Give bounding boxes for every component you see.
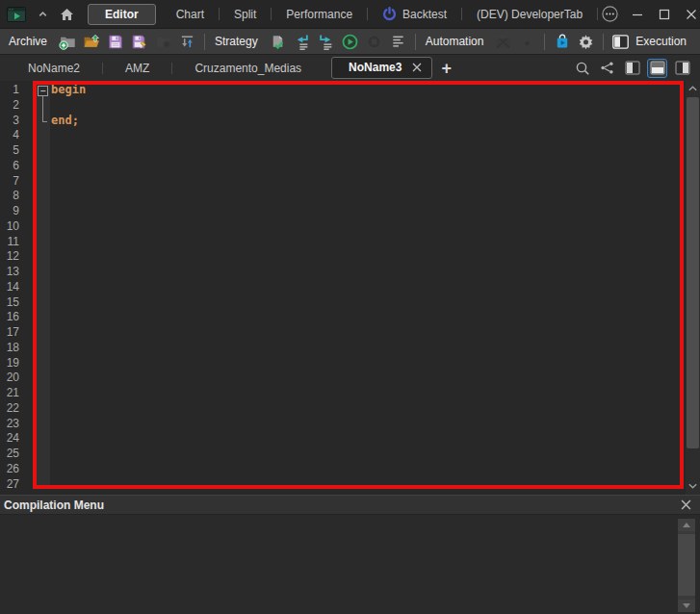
stop-button[interactable] bbox=[363, 31, 385, 53]
document-tab-noname2[interactable]: NoName2 bbox=[6, 57, 102, 80]
step-over-icon bbox=[318, 34, 334, 50]
compilation-scroll-down-button[interactable] bbox=[678, 600, 695, 612]
step-over-button[interactable] bbox=[315, 31, 337, 53]
layout-bottom-button[interactable] bbox=[647, 59, 667, 78]
compilation-close-button[interactable] bbox=[681, 499, 691, 510]
new-file-icon bbox=[59, 34, 76, 50]
code-line bbox=[51, 159, 681, 174]
run-button[interactable] bbox=[339, 31, 361, 53]
compile-button[interactable] bbox=[267, 31, 289, 53]
toolbar-group-archive: Archive bbox=[5, 31, 198, 53]
maximize-button[interactable] bbox=[652, 3, 676, 25]
code-line bbox=[51, 341, 681, 356]
add-tab-button[interactable]: + bbox=[432, 60, 460, 77]
document-tab-label: Cruzamento_Medias bbox=[194, 62, 301, 75]
log-button[interactable] bbox=[387, 31, 409, 53]
line-number: 11 bbox=[0, 235, 31, 250]
store-button[interactable] bbox=[551, 31, 573, 53]
minimize-button[interactable] bbox=[625, 3, 649, 25]
log-icon bbox=[391, 34, 405, 49]
save-as-button[interactable] bbox=[128, 31, 150, 53]
code-line bbox=[51, 98, 681, 114]
automation-box-icon bbox=[494, 34, 512, 50]
titlebar-tab-backtest[interactable]: Backtest bbox=[368, 3, 461, 25]
compilation-scroll-up-button[interactable] bbox=[678, 519, 695, 531]
execution-toggle-button[interactable]: Execution bbox=[612, 35, 695, 49]
line-number: 16 bbox=[0, 310, 31, 325]
compilation-scrollbar-thumb[interactable] bbox=[678, 534, 695, 596]
code-line bbox=[51, 356, 681, 371]
line-number: 25 bbox=[0, 447, 31, 462]
titlebar-tab-dev-developertab[interactable]: (DEV) DeveloperTab bbox=[462, 4, 597, 25]
compile-icon bbox=[270, 34, 286, 50]
code-line bbox=[51, 447, 681, 462]
close-button[interactable] bbox=[679, 3, 700, 25]
step-into-button[interactable] bbox=[291, 31, 313, 53]
titlebar-tab-chart[interactable]: Chart bbox=[162, 4, 219, 25]
line-number: 14 bbox=[0, 280, 31, 295]
code-editor: 1234567891011121314151617181920212223242… bbox=[0, 81, 700, 495]
titlebar-tab-label: Backtest bbox=[402, 8, 447, 21]
app-button[interactable] bbox=[5, 5, 28, 24]
divider bbox=[204, 34, 205, 50]
compilation-output-panel bbox=[0, 514, 700, 614]
toolbar-group-label: Archive bbox=[9, 35, 47, 48]
titlebar-tabs: EditorChartSplitPerformanceBacktest(DEV)… bbox=[88, 0, 598, 28]
code-line bbox=[51, 477, 681, 493]
layout-right-button[interactable] bbox=[672, 59, 692, 78]
titlebar-tab-split[interactable]: Split bbox=[220, 4, 271, 25]
line-number: 19 bbox=[0, 356, 31, 371]
document-tabbar: NoName2AMZCruzamento_MediasNoName3 + bbox=[0, 54, 700, 81]
backtest-icon bbox=[382, 7, 397, 21]
code-line bbox=[51, 462, 681, 477]
scrollbar-thumb[interactable] bbox=[687, 97, 699, 448]
more-button[interactable] bbox=[598, 3, 622, 25]
more-icon bbox=[601, 5, 619, 23]
line-number: 12 bbox=[0, 249, 31, 265]
import-export-icon bbox=[180, 34, 194, 50]
close-file-icon bbox=[155, 34, 172, 50]
code-line bbox=[51, 325, 681, 341]
code-line bbox=[51, 417, 681, 432]
line-number: 15 bbox=[0, 295, 31, 311]
panel-close-icon bbox=[681, 499, 691, 510]
compilation-scrollbar[interactable] bbox=[678, 519, 695, 612]
scroll-down-button[interactable] bbox=[686, 479, 700, 493]
search-button[interactable] bbox=[572, 59, 592, 78]
titlebar-left-icons bbox=[5, 5, 76, 24]
toolbar: ArchiveStrategyAutomation Execution bbox=[0, 28, 700, 54]
save-button[interactable] bbox=[104, 31, 126, 53]
open-file-icon bbox=[83, 34, 100, 50]
layout-left-button[interactable] bbox=[622, 59, 642, 78]
titlebar-tab-performance[interactable]: Performance bbox=[272, 4, 367, 25]
automation-box-button[interactable] bbox=[492, 31, 514, 53]
line-number: 8 bbox=[0, 189, 31, 204]
document-tab-noname3[interactable]: NoName3 bbox=[331, 57, 432, 79]
automation-connector-button[interactable] bbox=[516, 31, 538, 53]
fold-toggle[interactable]: − bbox=[38, 86, 48, 96]
code-line bbox=[51, 401, 681, 417]
open-file-button[interactable] bbox=[80, 31, 102, 53]
scroll-up-button[interactable] bbox=[686, 82, 700, 95]
close-file-button[interactable] bbox=[152, 31, 174, 53]
settings-gear-button[interactable] bbox=[575, 31, 597, 53]
toolbar-group-label: Strategy bbox=[215, 35, 258, 48]
new-file-button[interactable] bbox=[56, 31, 78, 53]
execution-label: Execution bbox=[635, 35, 687, 48]
ribbon-collapse-button[interactable] bbox=[35, 6, 51, 22]
home-button[interactable] bbox=[58, 6, 76, 23]
code-text-area[interactable]: beginend; bbox=[51, 83, 681, 495]
import-export-button[interactable] bbox=[176, 31, 198, 53]
tab-close-button[interactable] bbox=[412, 63, 422, 72]
document-tabs: NoName2AMZCruzamento_MediasNoName3 bbox=[6, 57, 432, 80]
document-tab-cruzamento-medias[interactable]: Cruzamento_Medias bbox=[172, 57, 324, 80]
document-tab-amz[interactable]: AMZ bbox=[103, 57, 171, 80]
share-button[interactable] bbox=[597, 59, 617, 78]
titlebar-tab-editor[interactable]: Editor bbox=[88, 4, 156, 25]
editor-scrollbar[interactable] bbox=[686, 81, 700, 495]
code-line bbox=[51, 310, 681, 325]
code-line bbox=[51, 128, 681, 143]
layout-left-icon bbox=[625, 61, 640, 75]
search-icon bbox=[575, 61, 590, 76]
toolbar-groups: ArchiveStrategyAutomation bbox=[5, 31, 609, 53]
